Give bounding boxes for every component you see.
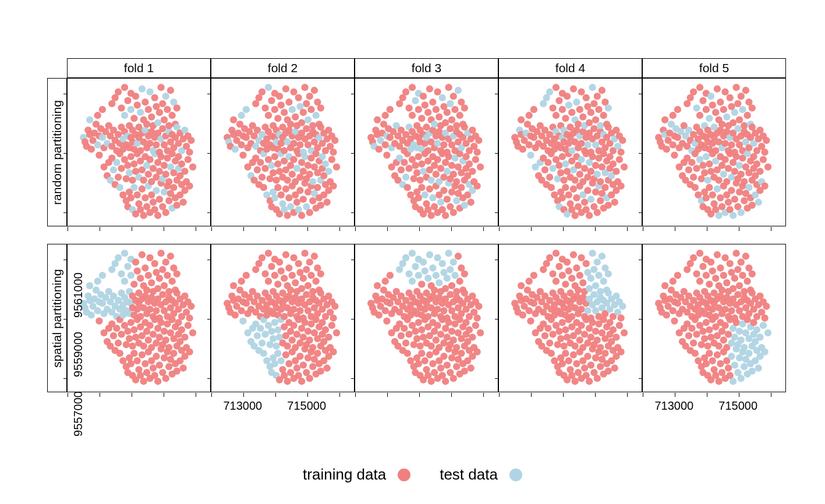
- svg-point-217: [238, 112, 245, 119]
- svg-point-767: [592, 162, 599, 169]
- svg-point-2003: [736, 328, 743, 335]
- svg-point-861: [690, 173, 697, 180]
- svg-point-1787: [587, 275, 594, 282]
- svg-point-119: [148, 113, 155, 120]
- svg-point-5: [86, 116, 93, 123]
- svg-point-1685: [546, 339, 553, 346]
- svg-point-1447: [374, 282, 381, 289]
- svg-point-1242: [232, 311, 239, 318]
- svg-point-341: [298, 119, 305, 126]
- svg-point-1485: [405, 331, 412, 338]
- svg-point-1819: [600, 278, 607, 285]
- svg-point-1179: [161, 328, 168, 335]
- column-strip: fold 3: [355, 58, 498, 78]
- svg-point-1721: [562, 326, 569, 333]
- svg-point-44: [118, 104, 125, 111]
- y-tick: [207, 153, 211, 154]
- svg-point-1975: [725, 331, 732, 338]
- svg-point-1086: [124, 328, 131, 335]
- x-tick: [499, 227, 500, 231]
- svg-point-756: [587, 196, 594, 203]
- svg-point-1173: [157, 250, 164, 257]
- svg-point-706: [568, 147, 575, 154]
- svg-point-1850: [617, 314, 624, 321]
- svg-point-1905: [696, 250, 703, 257]
- svg-point-874: [696, 112, 703, 119]
- svg-point-691: [562, 161, 569, 168]
- y-tick: [351, 212, 355, 213]
- svg-point-263: [268, 97, 275, 104]
- svg-point-280: [274, 115, 281, 122]
- svg-point-1380: [303, 291, 310, 298]
- svg-point-739: [581, 165, 588, 172]
- svg-point-1324: [281, 313, 288, 320]
- svg-point-1997: [732, 250, 739, 257]
- svg-point-674: [555, 162, 562, 169]
- x-tick: [132, 393, 132, 397]
- svg-point-608: [469, 168, 476, 175]
- svg-point-1581: [444, 275, 451, 282]
- svg-point-191: [178, 161, 185, 168]
- svg-point-1591: [448, 328, 455, 335]
- svg-point-141: [157, 153, 164, 160]
- svg-point-1919: [703, 272, 710, 279]
- scatter-points: [499, 244, 642, 392]
- svg-point-1233: [186, 349, 193, 356]
- svg-point-99: [140, 212, 147, 219]
- svg-point-243: [259, 173, 265, 180]
- svg-point-115: [146, 88, 153, 95]
- svg-point-495: [422, 101, 429, 108]
- svg-point-1767: [579, 279, 586, 286]
- svg-point-559: [447, 100, 454, 107]
- svg-point-90: [137, 109, 144, 116]
- svg-point-196: [181, 168, 188, 175]
- svg-point-289: [278, 101, 285, 108]
- svg-point-792: [601, 184, 608, 191]
- svg-point-1212: [174, 367, 180, 374]
- svg-point-720: [573, 194, 580, 201]
- svg-point-167: [167, 87, 174, 94]
- svg-point-991: [742, 87, 749, 94]
- svg-point-355: [304, 162, 311, 169]
- y-tick: [495, 153, 499, 154]
- svg-point-1859: [661, 282, 668, 289]
- svg-point-789: [600, 112, 607, 119]
- svg-point-1633: [466, 326, 473, 333]
- svg-point-542: [440, 187, 447, 194]
- svg-point-1246: [238, 307, 245, 314]
- svg-point-1984: [728, 353, 735, 360]
- svg-point-147: [159, 100, 166, 107]
- svg-point-867: [693, 165, 700, 172]
- svg-point-319: [290, 156, 297, 163]
- svg-point-1145: [146, 254, 153, 261]
- svg-point-1944: [712, 275, 719, 282]
- svg-point-721: [573, 98, 580, 105]
- svg-point-1419: [317, 270, 324, 277]
- svg-point-1815: [599, 253, 606, 260]
- svg-point-700: [565, 191, 572, 198]
- svg-point-1105: [130, 350, 137, 357]
- svg-point-1080: [121, 278, 128, 285]
- y-tick: [351, 153, 355, 154]
- svg-point-1963: [720, 336, 727, 343]
- svg-point-2007: [738, 336, 745, 343]
- svg-point-481: [416, 176, 423, 183]
- y-tick: [351, 378, 355, 379]
- svg-point-95: [139, 86, 146, 93]
- x-tick: [419, 393, 420, 397]
- svg-point-2013: [739, 272, 746, 279]
- svg-point-521: [433, 171, 440, 178]
- svg-point-954: [728, 187, 735, 194]
- x-tick: [339, 227, 340, 231]
- svg-point-1624: [461, 367, 468, 374]
- svg-point-1480: [402, 254, 409, 261]
- svg-point-1553: [433, 272, 440, 279]
- svg-point-202: [186, 148, 193, 155]
- svg-point-103: [141, 98, 148, 105]
- svg-point-1910: [699, 328, 706, 335]
- x-tick: [563, 227, 564, 231]
- svg-point-1143: [146, 322, 153, 329]
- svg-point-656: [546, 88, 553, 95]
- x-tick: [707, 227, 707, 231]
- svg-point-1486: [405, 270, 412, 277]
